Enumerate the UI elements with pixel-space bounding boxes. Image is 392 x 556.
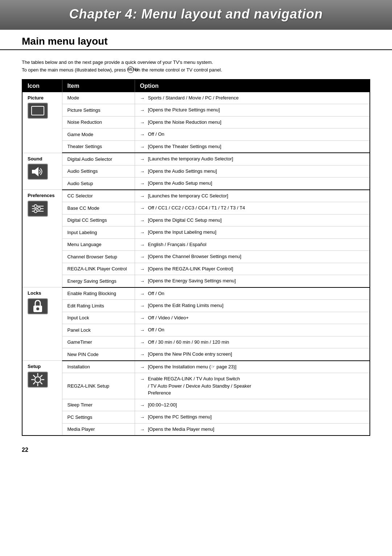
table-row: Digital CC Settings→[Opens the Digital C… — [22, 214, 370, 226]
arrow-icon: → — [140, 327, 147, 334]
svg-point-8 — [34, 210, 37, 213]
item-cell: Audio Settings — [62, 165, 135, 177]
arrow-icon: → — [140, 376, 147, 383]
icon-cell-setup: Setup — [22, 361, 62, 436]
item-cell: Game Mode — [62, 128, 135, 141]
table-row: Menu Language→English / Français / Españ… — [22, 238, 370, 251]
arrow-icon: → — [140, 241, 147, 249]
arrow-icon: → — [140, 131, 147, 138]
option-cell: →Off / CC1 / CC2 / CC3 / CC4 / T1 / T2 /… — [135, 202, 370, 214]
option-cell: →[Opens the Edit Rating Limits menu] — [135, 300, 370, 312]
table-row: Energy Saving Settings→[Opens the Energy… — [22, 275, 370, 287]
menu-button-icon: MENU — [127, 66, 134, 73]
option-text: Off / 30 min / 60 min / 90 min / 120 min — [148, 339, 229, 346]
arrow-icon: → — [140, 217, 147, 224]
icon-label-preferences: Preferences — [28, 192, 57, 199]
arrow-icon: → — [140, 315, 147, 322]
option-cell: →[Launches the temporary Audio Selector] — [135, 153, 370, 165]
option-row: →English / Français / Español — [140, 240, 365, 249]
option-text: Off / On — [148, 131, 164, 138]
arrow-icon: → — [140, 364, 147, 371]
arrow-icon: → — [140, 143, 147, 151]
option-text: [Opens the Channel Browser Settings menu… — [148, 253, 241, 260]
option-row: →Off / Video / Video+ — [140, 314, 365, 323]
table-row: Game Mode→Off / On — [22, 128, 370, 141]
item-cell: Input Lock — [62, 312, 135, 324]
svg-point-10 — [36, 307, 39, 310]
svg-line-18 — [40, 375, 42, 377]
item-cell: Media Player — [62, 423, 135, 436]
item-cell: Theater Settings — [62, 140, 135, 153]
option-text: [Opens the Edit Rating Limits menu] — [148, 302, 224, 309]
table-row: Media Player→[Opens the Media Player men… — [22, 423, 370, 436]
option-text: Off / On — [148, 326, 164, 334]
option-row: →[Opens the Digital CC Setup menu] — [140, 216, 365, 225]
arrow-icon: → — [140, 426, 147, 433]
option-row: →[Opens the Installation menu (☞ page 23… — [140, 363, 365, 372]
col-item: Item — [62, 79, 135, 92]
item-cell: Input Labeling — [62, 226, 135, 239]
menu-layout-table: Icon Item Option PictureMode→Sports / St… — [22, 79, 370, 436]
item-cell: Energy Saving Settings — [62, 275, 135, 287]
option-row: →[00:00~12:00] — [140, 401, 365, 410]
option-row: →[Launches the temporary CC Selector] — [140, 192, 365, 201]
item-cell: Channel Browser Setup — [62, 251, 135, 263]
option-cell: →[Opens the REGZA-LINK Player Control] — [135, 263, 370, 275]
arrow-icon: → — [140, 266, 147, 273]
item-cell: GameTimer — [62, 336, 135, 348]
table-row: Locks Enable Rating Blocking→Off / On — [22, 287, 370, 300]
intro-line1: The tables below and on the next page pr… — [22, 59, 370, 66]
arrow-icon: → — [140, 95, 147, 102]
arrow-icon: → — [140, 156, 147, 163]
arrow-icon: → — [140, 414, 147, 421]
item-cell: Enable Rating Blocking — [62, 287, 135, 300]
page-number: 22 — [0, 436, 392, 464]
icon-cell-picture: Picture — [22, 92, 62, 153]
icon-cell-locks: Locks — [22, 287, 62, 361]
item-cell: Base CC Mode — [62, 202, 135, 214]
chapter-header: Chapter 4: Menu layout and navigation — [0, 0, 392, 30]
option-text: [Launches the temporary CC Selector] — [148, 192, 228, 200]
item-cell: Sleep Timer — [62, 399, 135, 411]
option-text: [Opens the Audio Settings menu] — [148, 168, 217, 175]
option-text: [Opens the Picture Settings menu] — [148, 106, 220, 114]
table-row: PC Settings→[Opens the PC Settings menu] — [22, 411, 370, 424]
option-row: →[Opens the Noise Reduction menu] — [140, 118, 365, 127]
table-row: Edit Rating Limits→[Opens the Edit Ratin… — [22, 300, 370, 312]
setup-icon-box — [28, 372, 48, 388]
option-cell: →[Opens the Theater Settings menu] — [135, 140, 370, 153]
option-cell: →[Opens the Media Player menu] — [135, 423, 370, 436]
option-text: [Opens the Installation menu (☞ page 23)… — [148, 363, 237, 371]
option-row: →[Launches the temporary Audio Selector] — [140, 155, 365, 164]
svg-line-17 — [40, 382, 42, 384]
table-row: Noise Reduction→[Opens the Noise Reducti… — [22, 116, 370, 128]
option-text: [Opens the PC Settings menu] — [148, 413, 212, 421]
option-text: Enable REGZA-LINK / TV Auto Input Switch… — [148, 375, 251, 397]
option-cell: →Off / On — [135, 324, 370, 336]
arrow-icon: → — [140, 205, 147, 212]
item-cell: New PIN Code — [62, 348, 135, 361]
table-row: Base CC Mode→Off / CC1 / CC2 / CC3 / CC4… — [22, 202, 370, 214]
option-cell: →[Opens the Digital CC Setup menu] — [135, 214, 370, 226]
chapter-title: Chapter 4: Menu layout and navigation — [15, 7, 377, 22]
option-cell: →Off / 30 min / 60 min / 90 min / 120 mi… — [135, 336, 370, 348]
option-cell: →English / Français / Español — [135, 238, 370, 251]
arrow-icon: → — [140, 253, 147, 261]
option-cell: →[Opens the Audio Setup menu] — [135, 177, 370, 190]
option-cell: →[Opens the Noise Reduction menu] — [135, 116, 370, 128]
item-cell: Digital CC Settings — [62, 214, 135, 226]
option-row: →[Opens the Audio Settings menu] — [140, 167, 365, 176]
option-text: [Opens the Input Labeling menu] — [148, 229, 217, 236]
option-cell: →[Opens the PC Settings menu] — [135, 411, 370, 424]
option-cell: →[Opens the Installation menu (☞ page 23… — [135, 361, 370, 373]
option-row: →[Opens the Input Labeling menu] — [140, 228, 365, 237]
arrow-icon: → — [140, 290, 147, 298]
table-row: New PIN Code→[Opens the New PIN Code ent… — [22, 348, 370, 361]
table-row: GameTimer→Off / 30 min / 60 min / 90 min… — [22, 336, 370, 348]
option-text: Sports / Standard / Movie / PC / Prefere… — [148, 94, 239, 102]
option-row: →[Opens the Media Player menu] — [140, 425, 365, 434]
option-text: Off / On — [148, 290, 164, 297]
option-text: English / Français / Español — [148, 241, 207, 248]
option-row: →Sports / Standard / Movie / PC / Prefer… — [140, 94, 365, 103]
table-row: SoundDigital Audio Selector→[Launches th… — [22, 153, 370, 165]
